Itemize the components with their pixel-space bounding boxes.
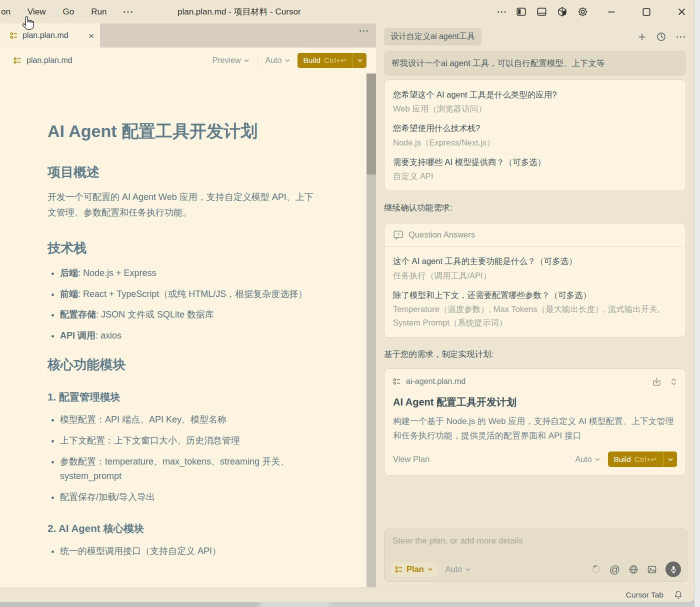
chat-pane: 设计自定义ai agent工具 帮我设计一个ai agent 工具，可以自行配置…: [376, 24, 694, 587]
view-plan-link[interactable]: View Plan: [393, 454, 430, 464]
toggle-panel-icon[interactable]: [536, 6, 547, 17]
desktop-edge-bottom: [0, 602, 694, 607]
history-clock-icon[interactable]: [656, 32, 666, 42]
markdown-preview: AI Agent 配置工具开发计划 项目概述 开发一个可配置的 AI Agent…: [0, 74, 376, 559]
chat-more-icon[interactable]: [676, 36, 685, 38]
module1-list: 模型配置：API 端点、API Key、模型名称 上下文配置：上下文窗口大小、历…: [48, 412, 318, 504]
editor-scrollbar[interactable]: [366, 74, 376, 587]
settings-gear-icon[interactable]: [578, 6, 588, 17]
menu-item-run[interactable]: Run: [91, 7, 106, 17]
editor-actions-more-icon[interactable]: [360, 30, 368, 32]
menu-bar: on View Go Run: [0, 7, 132, 17]
chevron-down-icon: [244, 58, 250, 64]
close-window-button[interactable]: [676, 6, 687, 18]
question-answers-title: Question Answers: [408, 230, 475, 240]
build-options-chevron-icon[interactable]: [664, 456, 677, 462]
chat-input-field[interactable]: [392, 536, 674, 546]
attach-image-icon[interactable]: [647, 564, 657, 574]
minimize-button[interactable]: [606, 6, 617, 18]
build-button[interactable]: Build Ctrl+↵: [298, 53, 366, 68]
notifications-bell-icon[interactable]: [674, 590, 683, 600]
cube-icon[interactable]: [557, 6, 568, 17]
model-dropdown[interactable]: Auto: [446, 565, 471, 574]
build-shortcut: Ctrl+↵: [324, 56, 347, 65]
menu-item-go[interactable]: Go: [62, 7, 74, 17]
doc-heading-module2: 2. AI Agent 核心模块: [48, 522, 318, 536]
doc-heading-tech: 技术栈: [48, 240, 318, 257]
plan-file-icon: [10, 32, 18, 40]
assistant-text: 基于您的需求，制定实现计划:: [384, 349, 686, 360]
export-plan-icon[interactable]: [652, 376, 662, 387]
chevron-down-icon: [284, 58, 290, 64]
web-globe-icon[interactable]: [628, 564, 638, 574]
qa-pair: 您希望使用什么技术栈? Node.js（Express/Next.js）: [393, 122, 677, 149]
plan-build-button[interactable]: Build Ctrl+↵: [608, 452, 677, 467]
chat-session-title[interactable]: 设计自定义ai agent工具: [384, 28, 482, 46]
question-bubble-icon: [393, 230, 404, 240]
editor-header: plan.plan.md Preview Auto Build: [0, 48, 376, 74]
screenshot-root: on View Go Run plan.plan.md - 项目材料 - Cur…: [0, 0, 700, 607]
status-bar: Cursor Tab: [0, 587, 694, 602]
collapse-expand-icon[interactable]: [670, 378, 677, 386]
tab-plan-plan-md[interactable]: plan.plan.md ×: [0, 24, 100, 48]
plan-auto-dropdown[interactable]: Auto: [575, 455, 600, 464]
plan-file-icon: [395, 566, 403, 574]
module2-list: 统一的模型调用接口（支持自定义 API）: [48, 544, 318, 559]
chat-input-box[interactable]: Plan Auto @: [384, 528, 688, 582]
editor-tabstrip: plan.plan.md ×: [0, 24, 376, 48]
tech-list: 后端: Node.js + Express 前端: React + TypeSc…: [48, 266, 318, 344]
titlebar-more-icon[interactable]: [498, 11, 506, 13]
tab-label: plan.plan.md: [22, 31, 68, 40]
plan-card: ai-agent.plan.md AI Agent 配置工具开发计划 构建一个基…: [384, 368, 686, 476]
doc-title: AI Agent 配置工具开发计划: [48, 120, 318, 142]
plan-card-title: AI Agent 配置工具开发计划: [393, 396, 677, 409]
question-answers-header[interactable]: Question Answers: [384, 224, 686, 246]
context-usage-arc-icon: [592, 564, 601, 574]
divider: [257, 55, 258, 66]
plan-mode-label: Plan: [406, 564, 424, 574]
list-item: 配置存储: JSON 文件或 SQLite 数据库: [60, 308, 318, 322]
list-item: 后端: Node.js + Express: [60, 266, 318, 281]
titlebar: on View Go Run plan.plan.md - 项目材料 - Cur…: [0, 0, 694, 24]
chevron-down-icon: [428, 566, 433, 572]
microphone-button[interactable]: [666, 562, 681, 577]
list-item: 参数配置：temperature、max_tokens、streaming 开关…: [60, 454, 318, 484]
build-button-label: Build: [614, 455, 630, 464]
chat-header: 设计自定义ai agent工具: [384, 28, 685, 46]
doc-paragraph: 开发一个可配置的 AI Agent Web 应用，支持自定义模型 API、上下文…: [48, 190, 318, 220]
doc-heading-module1: 1. 配置管理模块: [48, 390, 318, 404]
menu-overflow-icon[interactable]: [124, 11, 132, 13]
chevron-down-icon: [465, 566, 471, 572]
preview-dropdown[interactable]: Preview: [212, 56, 250, 65]
menu-item-view[interactable]: View: [28, 7, 46, 17]
list-item: 上下文配置：上下文窗口大小、历史消息管理: [60, 434, 318, 448]
assistant-text: 继续确认功能需求:: [384, 202, 686, 214]
plan-mode-chip[interactable]: Plan: [390, 562, 439, 576]
cursor-tab-status[interactable]: Cursor Tab: [626, 590, 664, 600]
scrollbar-thumb[interactable]: [366, 74, 376, 174]
build-options-chevron-icon[interactable]: [353, 58, 366, 64]
plan-card-filename: ai-agent.plan.md: [406, 377, 466, 386]
qa-pair: 除了模型和上下文，还需要配置哪些参数？（可多选） Temperature（温度参…: [393, 288, 677, 330]
microphone-icon: [669, 565, 678, 574]
list-item: 模型配置：API 端点、API Key、模型名称: [60, 412, 318, 428]
qa-pair: 这个 AI agent 工具的主要功能是什么？（可多选） 任务执行（调用工具/A…: [393, 254, 677, 282]
list-item: 前端: React + TypeScript（或纯 HTML/JS，根据复杂度选…: [60, 287, 318, 302]
maximize-button[interactable]: [641, 6, 652, 18]
editor-pane: plan.plan.md Preview Auto Build: [0, 48, 376, 587]
list-item: 统一的模型调用接口（支持自定义 API）: [60, 544, 318, 559]
build-button-label: Build: [303, 56, 320, 65]
menu-item-truncated[interactable]: on: [1, 7, 10, 17]
new-chat-icon[interactable]: [638, 33, 646, 41]
auto-mode-dropdown[interactable]: Auto: [265, 56, 290, 65]
qa-pair: 您希望这个 AI agent 工具是什么类型的应用? Web 应用（浏览器访问）: [393, 88, 677, 116]
desktop-edge-right: [694, 0, 700, 607]
doc-heading-core: 核心功能模块: [48, 356, 318, 374]
toggle-sidebar-icon[interactable]: [516, 6, 526, 17]
mention-at-icon[interactable]: @: [610, 564, 620, 574]
list-item: API 调用: axios: [60, 328, 318, 344]
tab-close-icon[interactable]: ×: [88, 31, 94, 40]
cursor-window: on View Go Run plan.plan.md - 项目材料 - Cur…: [0, 0, 694, 602]
plan-card-description: 构建一个基于 Node.js 的 Web 应用，支持自定义 AI 模型配置、上下…: [393, 414, 677, 443]
breadcrumb-filename: plan.plan.md: [26, 56, 72, 65]
